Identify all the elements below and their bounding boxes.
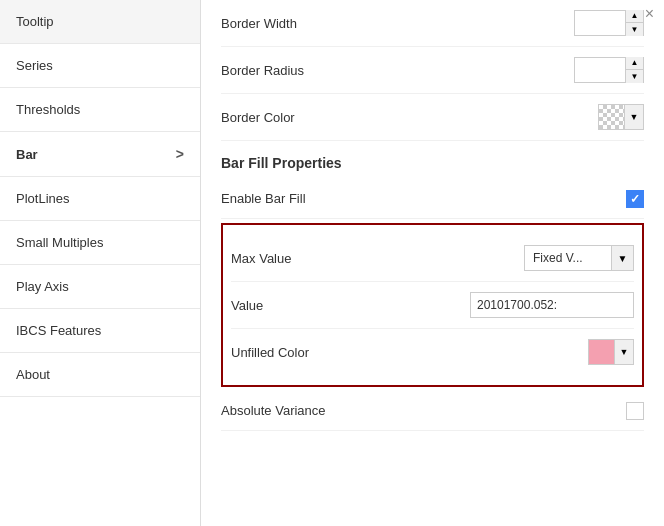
prop-row-border-width: Border Width ▲ ▼ xyxy=(221,0,644,47)
sidebar-item-label: Bar xyxy=(16,147,38,162)
prop-row-value: Value xyxy=(231,282,634,329)
enable-bar-fill-label: Enable Bar Fill xyxy=(221,191,381,206)
unfilled-color-control: ▼ xyxy=(391,339,634,365)
sidebar-item-thresholds[interactable]: Thresholds xyxy=(0,88,200,132)
checkmark-icon: ✓ xyxy=(630,192,640,206)
prop-row-border-color: Border Color ▼ xyxy=(221,94,644,141)
unfilled-color-label: Unfilled Color xyxy=(231,345,391,360)
enable-bar-fill-checkbox[interactable]: ✓ xyxy=(626,190,644,208)
absolute-variance-control xyxy=(381,402,644,420)
bar-fill-section-title: Bar Fill Properties xyxy=(221,141,644,179)
spinner-down-button[interactable]: ▼ xyxy=(625,70,643,83)
border-width-spinner[interactable]: ▲ ▼ xyxy=(574,10,644,36)
sidebar-item-label: PlotLines xyxy=(16,191,69,206)
sidebar: Tooltip Series Thresholds Bar > PlotLine… xyxy=(0,0,201,526)
absolute-variance-checkbox[interactable] xyxy=(626,402,644,420)
border-width-input[interactable] xyxy=(575,11,625,35)
sidebar-item-ibcs-features[interactable]: IBCS Features xyxy=(0,309,200,353)
max-value-dropdown-arrow[interactable]: ▼ xyxy=(611,246,633,270)
sidebar-item-small-multiples[interactable]: Small Multiples xyxy=(0,221,200,265)
sidebar-item-label: Small Multiples xyxy=(16,235,103,250)
border-radius-input[interactable] xyxy=(575,58,625,82)
border-radius-spinner[interactable]: ▲ ▼ xyxy=(574,57,644,83)
border-color-dropdown-button[interactable]: ▼ xyxy=(625,105,643,129)
prop-row-absolute-variance: Absolute Variance xyxy=(221,391,644,431)
spinner-down-button[interactable]: ▼ xyxy=(625,23,643,36)
sidebar-item-label: About xyxy=(16,367,50,382)
border-width-label: Border Width xyxy=(221,16,381,31)
enable-bar-fill-control: ✓ xyxy=(381,190,644,208)
spinner-buttons: ▲ ▼ xyxy=(625,57,643,83)
prop-row-border-radius: Border Radius ▲ ▼ xyxy=(221,47,644,94)
prop-row-max-value: Max Value Fixed V... ▼ xyxy=(231,235,634,282)
sidebar-item-plotlines[interactable]: PlotLines xyxy=(0,177,200,221)
unfilled-color-swatch xyxy=(589,340,615,364)
spinner-up-button[interactable]: ▲ xyxy=(625,57,643,70)
absolute-variance-label: Absolute Variance xyxy=(221,403,381,418)
border-color-swatch xyxy=(599,105,625,129)
sidebar-item-bar[interactable]: Bar > xyxy=(0,132,200,177)
prop-row-unfilled-color: Unfilled Color ▼ xyxy=(231,329,634,375)
border-radius-label: Border Radius xyxy=(221,63,381,78)
value-input[interactable] xyxy=(470,292,634,318)
sidebar-item-tooltip[interactable]: Tooltip xyxy=(0,0,200,44)
border-color-control: ▼ xyxy=(381,104,644,130)
max-value-select-text: Fixed V... xyxy=(525,251,611,265)
main-content: × Border Width ▲ ▼ Border Radius ▲ ▼ xyxy=(201,0,664,526)
highlight-box: Max Value Fixed V... ▼ Value Unfilled Co… xyxy=(221,223,644,387)
prop-row-enable-bar-fill: Enable Bar Fill ✓ xyxy=(221,179,644,219)
sidebar-item-label: Thresholds xyxy=(16,102,80,117)
chevron-right-icon: > xyxy=(176,146,184,162)
border-width-control: ▲ ▼ xyxy=(381,10,644,36)
unfilled-color-dropdown-button[interactable]: ▼ xyxy=(615,340,633,364)
sidebar-item-label: Tooltip xyxy=(16,14,54,29)
unfilled-color-swatch-wrap[interactable]: ▼ xyxy=(588,339,634,365)
sidebar-item-play-axis[interactable]: Play Axis xyxy=(0,265,200,309)
close-button[interactable]: × xyxy=(645,6,654,22)
max-value-select[interactable]: Fixed V... ▼ xyxy=(524,245,634,271)
border-radius-control: ▲ ▼ xyxy=(381,57,644,83)
max-value-control: Fixed V... ▼ xyxy=(391,245,634,271)
max-value-label: Max Value xyxy=(231,251,391,266)
border-color-label: Border Color xyxy=(221,110,381,125)
sidebar-item-series[interactable]: Series xyxy=(0,44,200,88)
sidebar-item-label: Play Axis xyxy=(16,279,69,294)
sidebar-item-label: Series xyxy=(16,58,53,73)
sidebar-item-label: IBCS Features xyxy=(16,323,101,338)
spinner-buttons: ▲ ▼ xyxy=(625,10,643,36)
value-label: Value xyxy=(231,298,391,313)
border-color-swatch-wrap[interactable]: ▼ xyxy=(598,104,644,130)
sidebar-item-about[interactable]: About xyxy=(0,353,200,397)
value-control xyxy=(391,292,634,318)
spinner-up-button[interactable]: ▲ xyxy=(625,10,643,23)
